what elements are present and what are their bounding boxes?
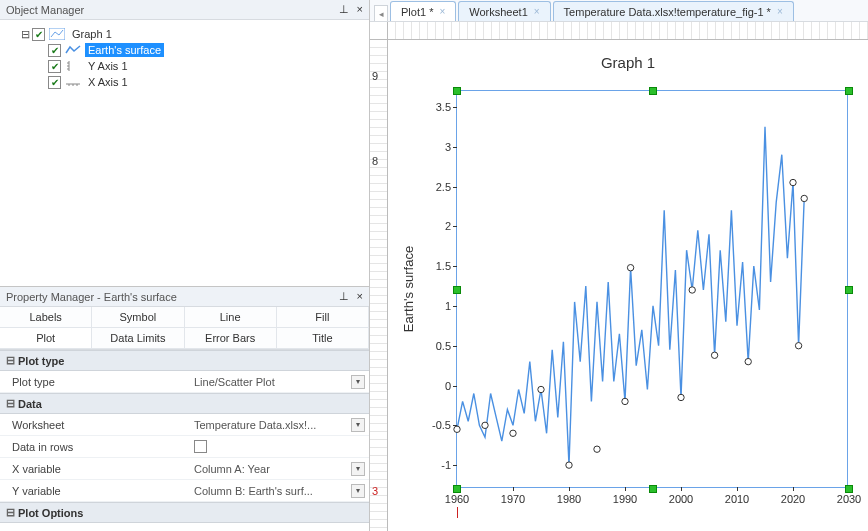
prop-worksheet[interactable]: Worksheet ▾ [0, 414, 369, 436]
prop-y-variable[interactable]: Y variable ▾ [0, 480, 369, 502]
dropdown-icon[interactable]: ▾ [351, 418, 365, 432]
selection-handle[interactable] [453, 87, 461, 95]
object-manager-title: Object Manager [6, 4, 84, 16]
selection-handle[interactable] [453, 485, 461, 493]
dropdown-icon[interactable]: ▾ [351, 462, 365, 476]
data-marker[interactable] [482, 422, 488, 428]
y-axis-label[interactable]: Earth's surface [401, 246, 416, 332]
prop-x-variable[interactable]: X variable ▾ [0, 458, 369, 480]
property-manager-header: Property Manager - Earth's surface ⊥× [0, 287, 369, 307]
tree-label: X Axis 1 [85, 75, 131, 89]
ruler-marker-icon [457, 507, 458, 518]
chart-line-series[interactable] [457, 91, 847, 487]
data-marker[interactable] [678, 394, 684, 400]
tab-plot1[interactable]: Plot1 *× [390, 1, 456, 21]
tab-symbol[interactable]: Symbol [92, 307, 184, 328]
data-marker[interactable] [689, 287, 695, 293]
selection-handle[interactable] [649, 87, 657, 95]
object-manager-header: Object Manager ⊥× [0, 0, 369, 20]
pin-icon[interactable]: ⊥ [339, 290, 349, 303]
tab-title[interactable]: Title [277, 328, 369, 349]
close-tab-icon[interactable]: × [777, 6, 783, 17]
dropdown-icon[interactable]: ▾ [351, 484, 365, 498]
tree-node-graph[interactable]: ⊟ ✔ Graph 1 [4, 26, 365, 42]
property-tabs: Labels Symbol Line Fill Plot Data Limits… [0, 307, 369, 350]
document-tabbar: ◂ Plot1 *× Worksheet1× Temperature Data.… [370, 0, 868, 22]
selection-handle[interactable] [453, 286, 461, 294]
collapse-icon[interactable]: ⊟ [18, 28, 32, 41]
tab-data-limits[interactable]: Data Limits [92, 328, 184, 349]
tab-nav-left[interactable]: ◂ [374, 5, 388, 21]
data-marker[interactable] [795, 343, 801, 349]
selection-handle[interactable] [649, 485, 657, 493]
tab-datafile[interactable]: Temperature Data.xlsx!temperature_fig-1 … [553, 1, 794, 21]
tree-node-xaxis[interactable]: ✔ X Axis 1 [4, 74, 365, 90]
chart-plot-area[interactable]: -1-0.500.511.522.533.5196019701980199020… [456, 90, 848, 488]
checkbox[interactable] [194, 440, 207, 453]
tab-plot[interactable]: Plot [0, 328, 92, 349]
tree-node-yaxis[interactable]: ✔ Y Axis 1 [4, 58, 365, 74]
tab-labels[interactable]: Labels [0, 307, 92, 328]
ruler-vertical: 9 8 3 [370, 40, 388, 531]
tab-worksheet1[interactable]: Worksheet1× [458, 1, 550, 21]
prop-data-in-rows[interactable]: Data in rows [0, 436, 369, 458]
data-marker[interactable] [790, 179, 796, 185]
data-marker[interactable] [566, 462, 572, 468]
checkbox[interactable]: ✔ [32, 28, 45, 41]
tab-fill[interactable]: Fill [277, 307, 369, 328]
data-marker[interactable] [538, 386, 544, 392]
line-plot-icon [65, 44, 81, 57]
group-data[interactable]: ⊟Data [0, 393, 369, 414]
yvar-input[interactable] [194, 485, 347, 497]
ruler-corner [370, 22, 388, 40]
pin-icon[interactable]: ⊥ [339, 3, 349, 16]
data-marker[interactable] [594, 446, 600, 452]
data-marker[interactable] [627, 265, 633, 271]
tree-node-series[interactable]: ✔ Earth's surface [4, 42, 365, 58]
worksheet-input[interactable] [194, 419, 347, 431]
property-manager-title: Property Manager - Earth's surface [6, 291, 177, 303]
data-marker[interactable] [711, 352, 717, 358]
y-axis-icon [65, 60, 81, 73]
data-marker[interactable] [801, 195, 807, 201]
dropdown-icon[interactable]: ▾ [351, 375, 365, 389]
checkbox[interactable]: ✔ [48, 76, 61, 89]
checkbox[interactable]: ✔ [48, 44, 61, 57]
ruler-horizontal [388, 22, 868, 40]
x-axis-icon [65, 76, 81, 89]
xvar-input[interactable] [194, 463, 347, 475]
group-plot-options[interactable]: ⊟Plot Options [0, 502, 369, 523]
prop-plot-type[interactable]: Plot type ▾ [0, 371, 369, 393]
tree-label: Graph 1 [69, 27, 115, 41]
checkbox[interactable]: ✔ [48, 60, 61, 73]
object-tree[interactable]: ⊟ ✔ Graph 1 ✔ Earth's surface ✔ Y Axis 1… [0, 20, 369, 286]
tab-line[interactable]: Line [185, 307, 277, 328]
tree-label: Y Axis 1 [85, 59, 131, 73]
selection-handle[interactable] [845, 286, 853, 294]
group-plot-type[interactable]: ⊟Plot type [0, 350, 369, 371]
selection-handle[interactable] [845, 485, 853, 493]
data-marker[interactable] [745, 358, 751, 364]
close-tab-icon[interactable]: × [439, 6, 445, 17]
close-icon[interactable]: × [357, 290, 363, 303]
chart-title[interactable]: Graph 1 [388, 54, 868, 71]
tab-error-bars[interactable]: Error Bars [185, 328, 277, 349]
plot-stage[interactable]: 9 8 3 Graph 1 -1-0.500.511.522.533.51960… [370, 22, 868, 531]
plot-type-input[interactable] [194, 376, 347, 388]
data-marker[interactable] [510, 430, 516, 436]
graph-icon [49, 28, 65, 41]
close-tab-icon[interactable]: × [534, 6, 540, 17]
tree-label-selected: Earth's surface [85, 43, 164, 57]
selection-handle[interactable] [845, 87, 853, 95]
close-icon[interactable]: × [357, 3, 363, 16]
data-marker[interactable] [622, 398, 628, 404]
